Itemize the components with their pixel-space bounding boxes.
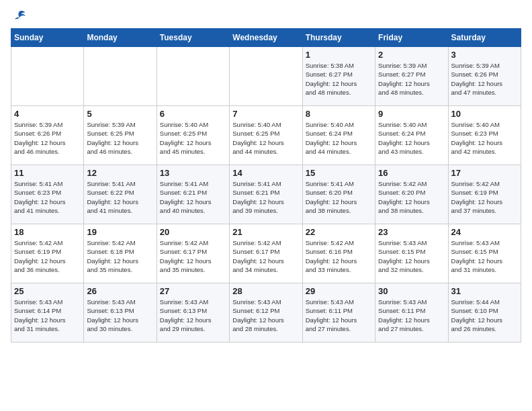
day-info: Sunrise: 5:42 AM Sunset: 6:19 PM Dayligh… [14,238,81,274]
calendar-cell: 10Sunrise: 5:40 AM Sunset: 6:23 PM Dayli… [448,106,521,165]
day-number: 31 [451,286,518,296]
day-info: Sunrise: 5:38 AM Sunset: 6:27 PM Dayligh… [306,61,372,97]
day-number: 11 [14,168,81,178]
weekday-header: Thursday [302,29,375,47]
calendar-cell: 2Sunrise: 5:39 AM Sunset: 6:27 PM Daylig… [375,47,448,106]
calendar-cell: 28Sunrise: 5:43 AM Sunset: 6:12 PM Dayli… [230,283,302,342]
day-number: 18 [14,227,81,237]
day-number: 12 [87,168,153,178]
calendar-cell: 27Sunrise: 5:43 AM Sunset: 6:13 PM Dayli… [157,283,229,342]
calendar-cell: 30Sunrise: 5:43 AM Sunset: 6:11 PM Dayli… [375,283,448,342]
day-number: 26 [87,286,153,296]
day-info: Sunrise: 5:40 AM Sunset: 6:24 PM Dayligh… [306,120,372,156]
day-number: 17 [451,168,518,178]
day-info: Sunrise: 5:43 AM Sunset: 6:11 PM Dayligh… [378,298,445,333]
logo [11,11,27,21]
calendar-cell: 31Sunrise: 5:44 AM Sunset: 6:10 PM Dayli… [448,283,521,342]
calendar-cell: 16Sunrise: 5:42 AM Sunset: 6:20 PM Dayli… [375,165,448,224]
day-number: 5 [87,109,153,119]
day-info: Sunrise: 5:41 AM Sunset: 6:20 PM Dayligh… [306,179,372,215]
calendar-cell: 13Sunrise: 5:41 AM Sunset: 6:21 PM Dayli… [157,165,229,224]
calendar-cell [11,47,84,106]
day-number: 7 [232,109,299,119]
day-number: 20 [160,227,226,237]
weekday-header: Saturday [448,29,521,47]
day-number: 19 [87,227,153,237]
logo-bird-icon [12,9,27,24]
day-info: Sunrise: 5:41 AM Sunset: 6:21 PM Dayligh… [232,179,299,215]
calendar-cell [84,47,157,106]
calendar-cell: 5Sunrise: 5:39 AM Sunset: 6:25 PM Daylig… [84,106,157,165]
day-number: 23 [378,227,445,237]
calendar-table: SundayMondayTuesdayWednesdayThursdayFrid… [11,28,521,342]
day-number: 15 [306,168,372,178]
day-info: Sunrise: 5:43 AM Sunset: 6:13 PM Dayligh… [160,298,226,333]
day-info: Sunrise: 5:42 AM Sunset: 6:19 PM Dayligh… [451,179,518,215]
calendar-cell: 9Sunrise: 5:40 AM Sunset: 6:24 PM Daylig… [375,106,448,165]
calendar-cell: 26Sunrise: 5:43 AM Sunset: 6:13 PM Dayli… [84,283,157,342]
weekday-header: Wednesday [230,29,302,47]
day-number: 29 [306,286,372,296]
weekday-header: Tuesday [157,29,229,47]
calendar-cell: 15Sunrise: 5:41 AM Sunset: 6:20 PM Dayli… [302,165,375,224]
day-info: Sunrise: 5:42 AM Sunset: 6:16 PM Dayligh… [306,238,372,274]
day-info: Sunrise: 5:43 AM Sunset: 6:13 PM Dayligh… [87,298,153,333]
day-info: Sunrise: 5:40 AM Sunset: 6:23 PM Dayligh… [451,120,518,156]
day-number: 3 [451,50,518,60]
day-number: 1 [306,50,372,60]
day-number: 25 [14,286,81,296]
calendar-cell: 23Sunrise: 5:43 AM Sunset: 6:15 PM Dayli… [375,224,448,283]
day-number: 14 [232,168,299,178]
page-header [11,11,521,21]
day-info: Sunrise: 5:41 AM Sunset: 6:22 PM Dayligh… [87,179,153,215]
calendar-cell: 6Sunrise: 5:40 AM Sunset: 6:25 PM Daylig… [157,106,229,165]
day-number: 8 [306,109,372,119]
calendar-cell: 8Sunrise: 5:40 AM Sunset: 6:24 PM Daylig… [302,106,375,165]
day-info: Sunrise: 5:39 AM Sunset: 6:27 PM Dayligh… [378,61,445,97]
day-info: Sunrise: 5:42 AM Sunset: 6:20 PM Dayligh… [378,179,445,215]
day-number: 13 [160,168,226,178]
calendar-cell: 1Sunrise: 5:38 AM Sunset: 6:27 PM Daylig… [302,47,375,106]
day-info: Sunrise: 5:39 AM Sunset: 6:26 PM Dayligh… [14,120,81,156]
day-number: 9 [378,109,445,119]
day-info: Sunrise: 5:42 AM Sunset: 6:18 PM Dayligh… [87,238,153,274]
day-info: Sunrise: 5:39 AM Sunset: 6:25 PM Dayligh… [87,120,153,156]
day-info: Sunrise: 5:40 AM Sunset: 6:24 PM Dayligh… [378,120,445,156]
day-number: 4 [14,109,81,119]
weekday-header: Sunday [11,29,84,47]
calendar-cell: 12Sunrise: 5:41 AM Sunset: 6:22 PM Dayli… [84,165,157,224]
day-info: Sunrise: 5:42 AM Sunset: 6:17 PM Dayligh… [160,238,226,274]
day-number: 30 [378,286,445,296]
day-number: 21 [232,227,299,237]
calendar-cell: 17Sunrise: 5:42 AM Sunset: 6:19 PM Dayli… [448,165,521,224]
day-info: Sunrise: 5:40 AM Sunset: 6:25 PM Dayligh… [232,120,299,156]
calendar-cell: 25Sunrise: 5:43 AM Sunset: 6:14 PM Dayli… [11,283,84,342]
day-number: 28 [232,286,299,296]
calendar-cell: 24Sunrise: 5:43 AM Sunset: 6:15 PM Dayli… [448,224,521,283]
day-number: 10 [451,109,518,119]
day-number: 6 [160,109,226,119]
weekday-header: Monday [84,29,157,47]
weekday-header: Friday [375,29,448,47]
calendar-cell: 14Sunrise: 5:41 AM Sunset: 6:21 PM Dayli… [230,165,302,224]
day-info: Sunrise: 5:40 AM Sunset: 6:25 PM Dayligh… [160,120,226,156]
calendar-cell [230,47,302,106]
day-number: 22 [306,227,372,237]
day-info: Sunrise: 5:41 AM Sunset: 6:23 PM Dayligh… [14,179,81,215]
calendar-cell: 7Sunrise: 5:40 AM Sunset: 6:25 PM Daylig… [230,106,302,165]
day-info: Sunrise: 5:43 AM Sunset: 6:14 PM Dayligh… [14,298,81,333]
calendar-cell: 18Sunrise: 5:42 AM Sunset: 6:19 PM Dayli… [11,224,84,283]
day-info: Sunrise: 5:44 AM Sunset: 6:10 PM Dayligh… [451,298,518,333]
day-info: Sunrise: 5:43 AM Sunset: 6:11 PM Dayligh… [306,298,372,333]
day-info: Sunrise: 5:43 AM Sunset: 6:12 PM Dayligh… [232,298,299,333]
calendar-cell: 3Sunrise: 5:39 AM Sunset: 6:26 PM Daylig… [448,47,521,106]
calendar-cell: 4Sunrise: 5:39 AM Sunset: 6:26 PM Daylig… [11,106,84,165]
day-info: Sunrise: 5:39 AM Sunset: 6:26 PM Dayligh… [451,61,518,97]
day-number: 27 [160,286,226,296]
day-number: 24 [451,227,518,237]
calendar-cell: 29Sunrise: 5:43 AM Sunset: 6:11 PM Dayli… [302,283,375,342]
calendar-cell [157,47,229,106]
calendar-cell: 20Sunrise: 5:42 AM Sunset: 6:17 PM Dayli… [157,224,229,283]
calendar-cell: 21Sunrise: 5:42 AM Sunset: 6:17 PM Dayli… [230,224,302,283]
day-info: Sunrise: 5:43 AM Sunset: 6:15 PM Dayligh… [451,238,518,274]
